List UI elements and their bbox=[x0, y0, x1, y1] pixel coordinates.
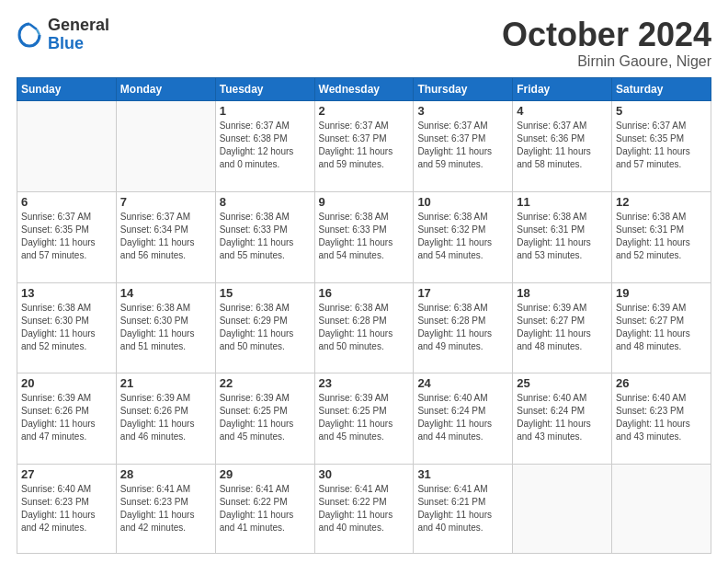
calendar-cell: 5Sunrise: 6:37 AM Sunset: 6:35 PM Daylig… bbox=[612, 100, 711, 191]
page: General Blue October 2024 Birnin Gaoure,… bbox=[0, 0, 728, 563]
day-number: 23 bbox=[319, 376, 410, 390]
calendar-cell: 19Sunrise: 6:39 AM Sunset: 6:27 PM Dayli… bbox=[612, 282, 711, 373]
day-number: 31 bbox=[417, 467, 508, 481]
day-info: Sunrise: 6:37 AM Sunset: 6:36 PM Dayligh… bbox=[517, 120, 608, 171]
day-number: 24 bbox=[417, 376, 508, 390]
day-info: Sunrise: 6:41 AM Sunset: 6:22 PM Dayligh… bbox=[220, 483, 311, 534]
day-info: Sunrise: 6:40 AM Sunset: 6:23 PM Dayligh… bbox=[616, 392, 707, 443]
day-number: 29 bbox=[220, 467, 311, 481]
weekday-header: Monday bbox=[116, 77, 215, 100]
day-info: Sunrise: 6:39 AM Sunset: 6:27 PM Dayligh… bbox=[616, 302, 707, 353]
calendar-cell: 29Sunrise: 6:41 AM Sunset: 6:22 PM Dayli… bbox=[215, 465, 314, 554]
day-info: Sunrise: 6:38 AM Sunset: 6:31 PM Dayligh… bbox=[616, 211, 707, 262]
day-info: Sunrise: 6:39 AM Sunset: 6:26 PM Dayligh… bbox=[21, 392, 112, 443]
weekday-header: Thursday bbox=[414, 77, 513, 100]
weekday-header: Sunday bbox=[17, 77, 117, 100]
day-info: Sunrise: 6:38 AM Sunset: 6:32 PM Dayligh… bbox=[417, 211, 508, 262]
day-number: 5 bbox=[616, 104, 707, 118]
day-number: 30 bbox=[319, 467, 410, 481]
weekday-header-row: SundayMondayTuesdayWednesdayThursdayFrid… bbox=[17, 77, 711, 100]
day-info: Sunrise: 6:40 AM Sunset: 6:24 PM Dayligh… bbox=[517, 392, 608, 443]
calendar-cell: 13Sunrise: 6:38 AM Sunset: 6:30 PM Dayli… bbox=[17, 282, 117, 373]
day-number: 19 bbox=[616, 286, 707, 300]
calendar-week-row: 1Sunrise: 6:37 AM Sunset: 6:38 PM Daylig… bbox=[17, 100, 711, 191]
subtitle: Birnin Gaoure, Niger bbox=[502, 53, 711, 70]
day-info: Sunrise: 6:37 AM Sunset: 6:38 PM Dayligh… bbox=[220, 120, 311, 171]
calendar-cell: 21Sunrise: 6:39 AM Sunset: 6:26 PM Dayli… bbox=[116, 373, 215, 465]
day-number: 7 bbox=[120, 195, 211, 209]
day-number: 1 bbox=[220, 104, 311, 118]
day-info: Sunrise: 6:37 AM Sunset: 6:35 PM Dayligh… bbox=[616, 120, 707, 171]
day-number: 15 bbox=[220, 286, 311, 300]
day-number: 11 bbox=[517, 195, 608, 209]
calendar-cell bbox=[116, 100, 215, 191]
calendar-table: SundayMondayTuesdayWednesdayThursdayFrid… bbox=[17, 77, 711, 554]
day-number: 9 bbox=[319, 195, 410, 209]
day-number: 2 bbox=[319, 104, 410, 118]
calendar-cell: 18Sunrise: 6:39 AM Sunset: 6:27 PM Dayli… bbox=[513, 282, 612, 373]
day-info: Sunrise: 6:38 AM Sunset: 6:29 PM Dayligh… bbox=[220, 302, 311, 353]
calendar-cell: 6Sunrise: 6:37 AM Sunset: 6:35 PM Daylig… bbox=[17, 191, 117, 282]
weekday-header: Wednesday bbox=[314, 77, 414, 100]
calendar-cell: 23Sunrise: 6:39 AM Sunset: 6:25 PM Dayli… bbox=[314, 373, 414, 465]
calendar-cell: 12Sunrise: 6:38 AM Sunset: 6:31 PM Dayli… bbox=[612, 191, 711, 282]
calendar-cell: 25Sunrise: 6:40 AM Sunset: 6:24 PM Dayli… bbox=[513, 373, 612, 465]
calendar-cell: 11Sunrise: 6:38 AM Sunset: 6:31 PM Dayli… bbox=[513, 191, 612, 282]
day-number: 6 bbox=[21, 195, 112, 209]
calendar-cell bbox=[612, 465, 711, 554]
weekday-header: Saturday bbox=[612, 77, 711, 100]
calendar-cell: 4Sunrise: 6:37 AM Sunset: 6:36 PM Daylig… bbox=[513, 100, 612, 191]
calendar-cell: 17Sunrise: 6:38 AM Sunset: 6:28 PM Dayli… bbox=[414, 282, 513, 373]
calendar-cell: 27Sunrise: 6:40 AM Sunset: 6:23 PM Dayli… bbox=[17, 465, 117, 554]
day-info: Sunrise: 6:39 AM Sunset: 6:26 PM Dayligh… bbox=[120, 392, 211, 443]
logo-icon bbox=[17, 22, 42, 48]
calendar-cell: 16Sunrise: 6:38 AM Sunset: 6:28 PM Dayli… bbox=[314, 282, 414, 373]
calendar-cell: 31Sunrise: 6:41 AM Sunset: 6:21 PM Dayli… bbox=[414, 465, 513, 554]
calendar-week-row: 27Sunrise: 6:40 AM Sunset: 6:23 PM Dayli… bbox=[17, 465, 711, 554]
calendar-cell: 20Sunrise: 6:39 AM Sunset: 6:26 PM Dayli… bbox=[17, 373, 117, 465]
logo: General Blue bbox=[17, 17, 109, 53]
day-info: Sunrise: 6:37 AM Sunset: 6:35 PM Dayligh… bbox=[21, 211, 112, 262]
calendar-week-row: 6Sunrise: 6:37 AM Sunset: 6:35 PM Daylig… bbox=[17, 191, 711, 282]
day-info: Sunrise: 6:41 AM Sunset: 6:23 PM Dayligh… bbox=[120, 483, 211, 534]
calendar-week-row: 13Sunrise: 6:38 AM Sunset: 6:30 PM Dayli… bbox=[17, 282, 711, 373]
day-number: 3 bbox=[417, 104, 508, 118]
day-info: Sunrise: 6:39 AM Sunset: 6:25 PM Dayligh… bbox=[220, 392, 311, 443]
logo-general: General bbox=[48, 17, 109, 35]
day-info: Sunrise: 6:38 AM Sunset: 6:28 PM Dayligh… bbox=[417, 302, 508, 353]
day-info: Sunrise: 6:38 AM Sunset: 6:31 PM Dayligh… bbox=[517, 211, 608, 262]
day-info: Sunrise: 6:37 AM Sunset: 6:37 PM Dayligh… bbox=[417, 120, 508, 171]
calendar-cell: 9Sunrise: 6:38 AM Sunset: 6:33 PM Daylig… bbox=[314, 191, 414, 282]
day-number: 21 bbox=[120, 376, 211, 390]
day-number: 14 bbox=[120, 286, 211, 300]
day-info: Sunrise: 6:37 AM Sunset: 6:34 PM Dayligh… bbox=[120, 211, 211, 262]
calendar-cell: 8Sunrise: 6:38 AM Sunset: 6:33 PM Daylig… bbox=[215, 191, 314, 282]
calendar-cell: 24Sunrise: 6:40 AM Sunset: 6:24 PM Dayli… bbox=[414, 373, 513, 465]
day-number: 10 bbox=[417, 195, 508, 209]
calendar-cell bbox=[513, 465, 612, 554]
calendar-cell: 3Sunrise: 6:37 AM Sunset: 6:37 PM Daylig… bbox=[414, 100, 513, 191]
header: General Blue October 2024 Birnin Gaoure,… bbox=[17, 17, 711, 70]
day-info: Sunrise: 6:38 AM Sunset: 6:30 PM Dayligh… bbox=[120, 302, 211, 353]
calendar-cell: 26Sunrise: 6:40 AM Sunset: 6:23 PM Dayli… bbox=[612, 373, 711, 465]
day-number: 16 bbox=[319, 286, 410, 300]
day-number: 8 bbox=[220, 195, 311, 209]
calendar-cell: 14Sunrise: 6:38 AM Sunset: 6:30 PM Dayli… bbox=[116, 282, 215, 373]
day-info: Sunrise: 6:41 AM Sunset: 6:21 PM Dayligh… bbox=[417, 483, 508, 534]
calendar-cell: 28Sunrise: 6:41 AM Sunset: 6:23 PM Dayli… bbox=[116, 465, 215, 554]
day-number: 12 bbox=[616, 195, 707, 209]
day-info: Sunrise: 6:37 AM Sunset: 6:37 PM Dayligh… bbox=[319, 120, 410, 171]
logo-text: General Blue bbox=[48, 17, 109, 53]
weekday-header: Tuesday bbox=[215, 77, 314, 100]
weekday-header: Friday bbox=[513, 77, 612, 100]
calendar-cell bbox=[17, 100, 117, 191]
calendar-cell: 30Sunrise: 6:41 AM Sunset: 6:22 PM Dayli… bbox=[314, 465, 414, 554]
day-number: 26 bbox=[616, 376, 707, 390]
calendar-week-row: 20Sunrise: 6:39 AM Sunset: 6:26 PM Dayli… bbox=[17, 373, 711, 465]
day-number: 28 bbox=[120, 467, 211, 481]
day-info: Sunrise: 6:39 AM Sunset: 6:25 PM Dayligh… bbox=[319, 392, 410, 443]
main-title: October 2024 bbox=[502, 17, 711, 53]
day-number: 20 bbox=[21, 376, 112, 390]
day-info: Sunrise: 6:40 AM Sunset: 6:24 PM Dayligh… bbox=[417, 392, 508, 443]
calendar-cell: 7Sunrise: 6:37 AM Sunset: 6:34 PM Daylig… bbox=[116, 191, 215, 282]
